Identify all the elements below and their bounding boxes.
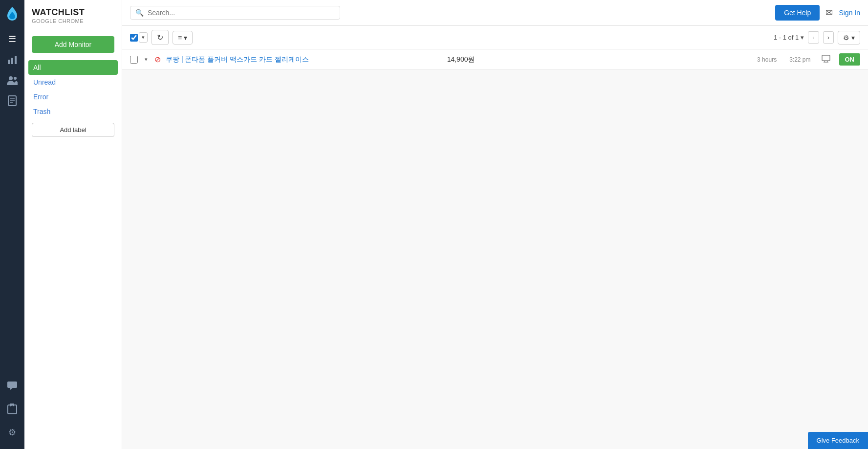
pagination-next-button[interactable]: › [823,31,834,44]
row-dropdown-button[interactable]: ▾ [143,55,150,64]
sidebar: WATCHLIST GOOGLE CHROME Add Monitor All … [24,0,122,449]
monitor-price: 14,900원 [447,55,475,64]
pagination-dropdown-icon: ▾ [801,34,804,41]
main-content: 🔍 Get Help ✉ Sign In ▾ ↻ ≡ ▾ 1 - 1 of 1 … [122,0,868,449]
mail-icon[interactable]: ✉ [825,7,833,18]
select-dropdown-button[interactable]: ▾ [139,32,148,43]
svg-point-3 [9,76,13,80]
sidebar-item-error[interactable]: Error [28,90,118,104]
give-feedback-button[interactable]: Give Feedback [808,432,868,449]
settings-nav-icon[interactable]: ⚙ [3,424,21,441]
app-subtitle: GOOGLE CHROME [32,18,114,24]
sidebar-nav: All Unread Error Trash [24,60,122,119]
select-all-container: ▾ [130,32,148,43]
monitor-screen-icon [822,55,830,65]
column-settings-button[interactable]: ⚙ ▾ [838,31,860,45]
sidebar-item-trash[interactable]: Trash [28,104,118,119]
actions-chevron-icon: ▾ [184,34,187,42]
monitor-name: 쿠팡 | 폰타폼 플커버 맥스가드 카드 젤리케이스 [166,55,438,64]
document-nav-icon[interactable] [3,92,21,110]
search-container: 🔍 [130,6,340,20]
svg-rect-10 [822,55,830,61]
top-bar: 🔍 Get Help ✉ Sign In [122,0,868,26]
badge-nav-icon[interactable] [3,400,21,418]
add-label-button[interactable]: Add label [32,123,114,137]
error-icon: ⊘ [154,55,161,64]
gear-icon: ⚙ [843,34,849,42]
refresh-button[interactable]: ↻ [152,30,169,45]
chart-nav-icon[interactable] [3,51,21,68]
table-row[interactable]: ▾ ⊘ 쿠팡 | 폰타폼 플커버 맥스가드 카드 젤리케이스 14,900원 3… [122,49,868,70]
add-monitor-button[interactable]: Add Monitor [32,36,114,53]
search-icon: 🔍 [135,9,144,17]
select-all-checkbox[interactable] [130,34,138,42]
gear-chevron-icon: ▾ [851,34,855,42]
monitor-time-ago: 3 hours [757,56,777,63]
actions-button[interactable]: ≡ ▾ [173,31,193,45]
svg-rect-1 [11,58,13,64]
actions-icon: ≡ [178,34,182,42]
get-help-button[interactable]: Get Help [775,5,820,21]
row-checkbox[interactable] [130,56,138,64]
toggle-on-button[interactable]: ON [839,53,861,66]
sidebar-item-all[interactable]: All [28,60,118,75]
app-title: WATCHLIST [32,7,114,18]
pagination-info: 1 - 1 of 1 ▾ [774,34,804,41]
pagination-prev-button[interactable]: ‹ [808,31,819,44]
sign-in-link[interactable]: Sign In [839,9,860,17]
app-header: WATCHLIST GOOGLE CHROME [24,7,122,31]
people-nav-icon[interactable] [3,71,21,89]
nav-rail: ☰ [0,0,24,449]
svg-rect-2 [15,56,17,64]
monitor-time: 3:22 pm [789,56,810,63]
logo-icon[interactable] [3,5,21,22]
chat-nav-icon[interactable] [3,377,21,394]
svg-rect-0 [8,60,10,64]
refresh-icon: ↻ [157,33,163,42]
sidebar-item-unread[interactable]: Unread [28,75,118,90]
svg-rect-9 [8,405,17,414]
list-area: ▾ ⊘ 쿠팡 | 폰타폼 플커버 맥스가드 카드 젤리케이스 14,900원 3… [122,49,868,449]
search-input[interactable] [148,9,335,17]
pagination-text: 1 - 1 of 1 [774,34,799,41]
toolbar: ▾ ↻ ≡ ▾ 1 - 1 of 1 ▾ ‹ › ⚙ ▾ [122,26,868,49]
svg-point-4 [14,77,17,80]
list-nav-icon[interactable]: ☰ [3,30,21,48]
